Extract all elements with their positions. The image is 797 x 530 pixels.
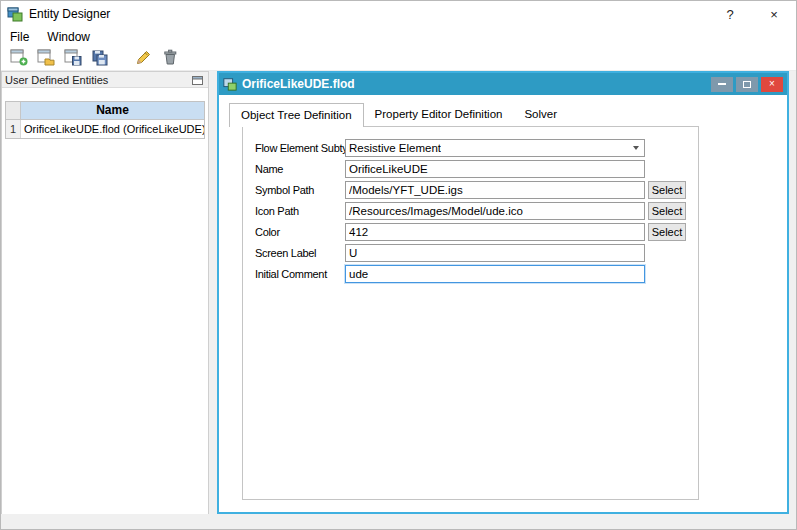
form-row-flow-element-subtype: Flow Element Subtype Resistive Element xyxy=(255,139,686,157)
child-window-controls: × xyxy=(711,77,783,92)
form-row-icon-path: Icon Path Select xyxy=(255,202,686,220)
entity-table: Name 1 OrificeLikeUDE.flod (OrificeLikeU… xyxy=(5,101,205,139)
close-button[interactable]: × xyxy=(752,1,796,27)
menu-window[interactable]: Window xyxy=(38,28,99,46)
help-button[interactable]: ? xyxy=(708,1,752,27)
child-close-button[interactable]: × xyxy=(761,77,783,92)
titlebar: Entity Designer ? × xyxy=(1,1,796,27)
field-label: Icon Path xyxy=(255,205,345,217)
field-label: Color xyxy=(255,226,345,238)
window-title: Entity Designer xyxy=(29,7,110,21)
edit-icon xyxy=(133,47,153,71)
initial-comment-input[interactable] xyxy=(345,265,645,283)
float-panel-icon[interactable] xyxy=(190,73,205,86)
minimize-button[interactable] xyxy=(711,77,733,92)
delete-button[interactable] xyxy=(158,48,182,70)
field-label: Symbol Path xyxy=(255,184,345,196)
panel-header: User Defined Entities xyxy=(2,72,208,88)
user-defined-entities-panel: User Defined Entities Name 1 OrificeLike… xyxy=(1,71,209,516)
child-body: Object Tree Definition Property Editor D… xyxy=(219,95,787,512)
toolbar xyxy=(1,47,796,71)
delete-icon xyxy=(160,47,180,71)
form-row-symbol-path: Symbol Path Select xyxy=(255,181,686,199)
save-all-icon xyxy=(90,47,110,71)
restore-button[interactable] xyxy=(736,77,758,92)
field-label: Flow Element Subtype xyxy=(255,142,345,154)
child-titlebar[interactable]: OrificeLikeUDE.flod × xyxy=(219,73,787,95)
object-tree-definition-pane: Flow Element Subtype Resistive Element N… xyxy=(242,126,699,500)
form-row-screen-label: Screen Label xyxy=(255,244,686,262)
new-entity-button[interactable] xyxy=(7,48,31,70)
tab-solver[interactable]: Solver xyxy=(513,103,568,127)
name-column-header[interactable]: Name xyxy=(21,102,204,120)
color-input[interactable] xyxy=(345,223,645,241)
menubar: File Window xyxy=(1,27,796,47)
save-icon xyxy=(63,47,83,71)
new-entity-icon xyxy=(9,47,29,71)
symbol-path-input[interactable] xyxy=(345,181,645,199)
open-entity-button[interactable] xyxy=(34,48,58,70)
icon-path-input[interactable] xyxy=(345,202,645,220)
child-window: OrificeLikeUDE.flod × Object Tree Defini… xyxy=(217,71,789,514)
field-label: Initial Comment xyxy=(255,268,345,280)
app-icon xyxy=(7,6,23,22)
edit-button[interactable] xyxy=(131,48,155,70)
name-input[interactable] xyxy=(345,160,645,178)
save-all-button[interactable] xyxy=(88,48,112,70)
restore-icon xyxy=(743,81,751,88)
form-row-name: Name xyxy=(255,160,686,178)
mdi-area: OrificeLikeUDE.flod × Object Tree Defini… xyxy=(209,71,797,516)
icon-path-select-button[interactable]: Select xyxy=(648,202,686,220)
panel-title: User Defined Entities xyxy=(5,74,108,86)
table-header-row: Name xyxy=(6,102,204,120)
field-label: Name xyxy=(255,163,345,175)
child-app-icon xyxy=(223,77,237,91)
chevron-down-icon xyxy=(633,146,639,150)
selected-value: Resistive Element xyxy=(349,142,441,154)
form-row-initial-comment: Initial Comment xyxy=(255,265,686,283)
row-number-cell[interactable]: 1 xyxy=(6,120,21,138)
table-row[interactable]: 1 OrificeLikeUDE.flod (OrificeLikeUDE) xyxy=(6,120,204,138)
save-entity-button[interactable] xyxy=(61,48,85,70)
entity-designer-window: Entity Designer ? × File Window xyxy=(0,0,797,530)
screen-label-input[interactable] xyxy=(345,244,645,262)
child-window-title: OrificeLikeUDE.flod xyxy=(242,77,355,91)
status-bar xyxy=(1,514,796,529)
symbol-path-select-button[interactable]: Select xyxy=(648,181,686,199)
color-select-button[interactable]: Select xyxy=(648,223,686,241)
field-label: Screen Label xyxy=(255,247,345,259)
flow-element-subtype-select[interactable]: Resistive Element xyxy=(345,139,645,157)
entity-name-cell[interactable]: OrificeLikeUDE.flod (OrificeLikeUDE) xyxy=(21,120,204,138)
form-row-color: Color Select xyxy=(255,223,686,241)
table-corner-cell xyxy=(6,102,21,120)
open-entity-icon xyxy=(36,47,56,71)
minimize-icon xyxy=(718,83,726,85)
tab-property-editor-definition[interactable]: Property Editor Definition xyxy=(364,103,514,127)
tab-object-tree-definition[interactable]: Object Tree Definition xyxy=(229,103,364,127)
menu-file[interactable]: File xyxy=(1,28,38,46)
tab-bar: Object Tree Definition Property Editor D… xyxy=(229,103,568,127)
